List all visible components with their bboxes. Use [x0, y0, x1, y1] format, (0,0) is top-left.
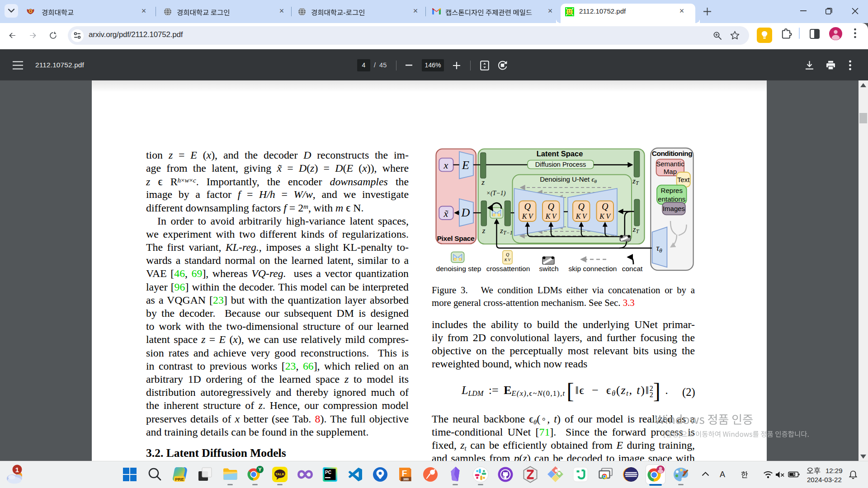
svg-text:Conditioning: Conditioning — [652, 150, 693, 157]
svg-text:crossattention: crossattention — [486, 265, 530, 272]
svg-text:Q: Q — [547, 202, 554, 211]
svg-text:Q: Q — [578, 202, 585, 211]
svg-text:skip connection: skip connection — [569, 265, 617, 272]
svg-text:Pixel Space: Pixel Space — [437, 235, 475, 242]
svg-text:K V: K V — [545, 212, 557, 220]
svg-text:entations: entations — [658, 195, 685, 203]
svg-text:K V: K V — [522, 212, 534, 220]
svg-text:Images: Images — [663, 205, 685, 212]
svg-text:z: z — [481, 178, 485, 187]
svg-text:concat: concat — [622, 265, 643, 272]
svg-text:E: E — [462, 159, 469, 172]
svg-text:TALK: TALK — [275, 472, 285, 476]
svg-text:K V: K V — [599, 212, 611, 220]
svg-text:x: x — [443, 160, 448, 171]
svg-text:PC: PC — [325, 470, 331, 475]
svg-text:Map: Map — [664, 168, 677, 175]
svg-text:Q: Q — [506, 252, 509, 257]
svg-text:switch: switch — [539, 265, 558, 272]
svg-text:denoising step: denoising step — [436, 265, 481, 272]
svg-text:Repres: Repres — [661, 187, 683, 194]
svg-text:Denoising U-Net ϵθ: Denoising U-Net ϵθ — [540, 175, 597, 184]
svg-text:Q: Q — [602, 202, 609, 211]
svg-text:360: 360 — [403, 477, 409, 481]
svg-text:Semantic: Semantic — [656, 160, 684, 168]
svg-text:Diffusion Process: Diffusion Process — [535, 161, 586, 168]
svg-text:Text: Text — [677, 176, 690, 183]
svg-text:K V: K V — [504, 258, 511, 262]
svg-text:Q: Q — [524, 202, 531, 211]
svg-text:PRE: PRE — [175, 477, 184, 482]
svg-text:x̃: x̃ — [443, 208, 448, 219]
svg-text:1: 1 — [15, 466, 19, 474]
svg-text:×(T−1): ×(T−1) — [486, 190, 505, 197]
svg-text:Y: Y — [258, 467, 262, 472]
svg-text:Latent Space: Latent Space — [537, 150, 583, 158]
svg-text:K V: K V — [576, 212, 588, 220]
svg-text:D: D — [461, 206, 470, 219]
svg-text:z: z — [482, 226, 486, 235]
